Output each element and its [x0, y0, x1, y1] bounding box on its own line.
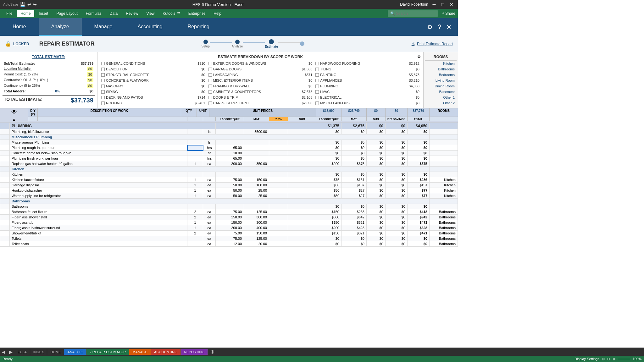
contractor-value[interactable]: $0: [87, 78, 93, 82]
ribbon-tab-insert[interactable]: Insert: [35, 10, 52, 17]
undo-icon[interactable]: ↩: [27, 2, 31, 7]
ribbon-tab-view[interactable]: View: [143, 10, 158, 17]
breakdown-item[interactable]: ELECTRICAL$0: [314, 95, 421, 100]
breakdown-checkbox[interactable]: [315, 101, 319, 105]
breakdown-checkbox[interactable]: [208, 90, 212, 94]
breakdown-item[interactable]: DECKING AND PATIOS$714: [100, 95, 207, 100]
close-icon[interactable]: ✕: [446, 23, 452, 31]
title-bar-right: David Robertson ─ □ ✕: [400, 2, 455, 7]
scroll-btn[interactable]: ▲: [12, 117, 16, 122]
save-icon[interactable]: 💾: [20, 2, 25, 7]
breakdown-item[interactable]: CABINETS & COUNTERTOPS$7,678: [207, 89, 314, 94]
breakdown-item[interactable]: PAINTING$5,873: [314, 72, 421, 77]
total-subheader: TOTAL: [408, 117, 430, 121]
room-item[interactable]: Other 1: [425, 95, 457, 100]
location-multiplier-link[interactable]: Location Multiplier: [4, 67, 32, 71]
breakdown-item[interactable]: FRAMING & DRYWALL$0: [207, 84, 314, 89]
table-headers: DIY (x) DESCRIPTION OF WORK QTY UNIT UNI…: [28, 108, 458, 123]
ribbon-tab-data[interactable]: Data: [106, 10, 121, 17]
ribbon-tab-file[interactable]: File: [3, 10, 16, 17]
breakdown-checkbox[interactable]: [101, 101, 105, 105]
breakdown-checkbox[interactable]: [315, 96, 319, 99]
breakdown-checkbox[interactable]: [101, 85, 105, 88]
breakdown-checkbox[interactable]: [208, 68, 212, 71]
breakdown-item[interactable]: MISCELLANEOUS$0: [314, 101, 421, 106]
breakdown-item[interactable]: LANDSCAPING$571: [207, 72, 314, 77]
hide-show-btn[interactable]: 👁: [11, 109, 17, 116]
breakdown-checkbox[interactable]: [101, 62, 105, 65]
nav-tab-manage[interactable]: Manage: [82, 18, 125, 36]
ribbon-tab-enterprise[interactable]: Enterprise: [185, 10, 209, 17]
room-item[interactable]: Dining Room: [425, 83, 457, 89]
table-row: Bathroom faucet fixture 2 ea 75.00 125.0…: [0, 209, 458, 215]
print-btn[interactable]: 🖨 Print Estimate Report: [411, 42, 453, 46]
location-value[interactable]: $0: [87, 67, 93, 71]
breakdown-item[interactable]: TILING$0: [314, 67, 421, 72]
breakdown-item[interactable]: STRUCTURAL CONCRETE$0: [100, 72, 207, 77]
ribbon-tab-review[interactable]: Review: [122, 10, 142, 17]
mat-pct-subheader[interactable]: 7.0%: [269, 117, 288, 121]
breakdown-item[interactable]: MISC. EXTERIOR ITEMS$0: [207, 78, 314, 83]
breakdown-checkbox[interactable]: [208, 101, 212, 105]
breakdown-item[interactable]: GENERAL CONDITIONS$910: [100, 61, 207, 66]
maximize-btn[interactable]: □: [440, 2, 445, 7]
room-item[interactable]: Basement: [425, 89, 457, 95]
breakdown-checkbox[interactable]: [208, 85, 212, 88]
breakdown-item[interactable]: PLUMBING$4,050: [314, 84, 421, 89]
search-input[interactable]: [388, 10, 438, 17]
breakdown-checkbox[interactable]: [208, 79, 212, 82]
minimize-btn[interactable]: ─: [431, 2, 437, 7]
breakdown-checkbox[interactable]: [101, 79, 105, 82]
breakdown-item[interactable]: APPLIANCES$3,210: [314, 78, 421, 83]
breakdown-item[interactable]: GARAGE DOORS$1,363: [207, 67, 314, 72]
nav-tab-reporting[interactable]: Reporting: [175, 18, 222, 36]
room-item[interactable]: Other 2: [425, 100, 457, 106]
room-item[interactable]: Bedrooms: [425, 72, 457, 78]
breakdown-item[interactable]: DOORS & TRIM$2,108: [207, 95, 314, 100]
breakdown-checkbox[interactable]: [315, 62, 319, 65]
breakdown-checkbox[interactable]: [101, 96, 105, 99]
breakdown-checkbox[interactable]: [101, 90, 105, 94]
close-btn[interactable]: ✕: [448, 2, 455, 7]
ribbon-tab-home[interactable]: Home: [17, 10, 34, 17]
data-table-wrapper[interactable]: PLUMBING $1,375 $2,675 $0 $0 $4,050 Plum…: [0, 123, 458, 249]
breakdown-checkbox[interactable]: [101, 73, 105, 77]
ribbon-tab-page-layout[interactable]: Page Layout: [53, 10, 81, 17]
breakdown-checkbox[interactable]: [315, 68, 319, 71]
breakdown-item[interactable]: HARDWOOD FLOORING$2,912: [314, 61, 421, 66]
table-row: Kitchen $0 $0 $0 $0 $0: [0, 172, 458, 177]
breakdown-item[interactable]: MASONRY$0: [100, 84, 207, 89]
nav-tab-analyze[interactable]: Analyze: [39, 18, 82, 36]
room-item[interactable]: Kitchen: [425, 61, 457, 66]
breakdown-checkbox[interactable]: [101, 68, 105, 71]
breakdown-checkbox[interactable]: [315, 85, 319, 88]
share-btn[interactable]: ↗ Share: [441, 11, 455, 16]
settings-icon[interactable]: ⚙: [427, 23, 433, 31]
breakdown-checkbox[interactable]: [208, 73, 212, 77]
breakdown-checkbox[interactable]: [208, 96, 212, 99]
nav-tab-accounting[interactable]: Accounting: [125, 18, 175, 36]
breakdown-checkbox[interactable]: [315, 79, 319, 82]
breakdown-checkbox[interactable]: [315, 73, 319, 77]
table-row: Fiberglass shower stall 2 ea 150.00 300.…: [0, 215, 458, 220]
contingency-value[interactable]: $0: [87, 84, 93, 88]
breakdown-item[interactable]: SIDING$0: [100, 89, 207, 94]
breakdown-item[interactable]: HVAC$0: [314, 89, 421, 94]
permit-value[interactable]: $0: [87, 72, 93, 77]
nav-tab-home[interactable]: Home: [0, 18, 39, 36]
ribbon-tab-formulas[interactable]: Formulas: [82, 10, 105, 17]
ribbon-tab-kutools[interactable]: Kutools ™: [159, 10, 184, 17]
breakdown-checkbox[interactable]: [208, 62, 212, 65]
help-icon[interactable]: ?: [438, 23, 441, 31]
breakdown-item[interactable]: DEMOLITION$0: [100, 67, 207, 72]
breakdown-item[interactable]: CONCRETE & FLATWORK$0: [100, 78, 207, 83]
redo-icon[interactable]: ↪: [33, 2, 37, 7]
breakdown-settings-icon[interactable]: ⚙: [417, 55, 421, 59]
breakdown-item[interactable]: ROOFING$5,461: [100, 101, 207, 106]
room-item[interactable]: Bathrooms: [425, 66, 457, 72]
breakdown-item[interactable]: EXTERIOR DOORS & WINDOWS$0: [207, 61, 314, 66]
breakdown-item[interactable]: CARPET & RESILIENT$2,890: [207, 101, 314, 106]
breakdown-checkbox[interactable]: [315, 90, 319, 94]
ribbon-tab-help[interactable]: Help: [210, 10, 225, 17]
room-item[interactable]: Living Room: [425, 78, 457, 83]
